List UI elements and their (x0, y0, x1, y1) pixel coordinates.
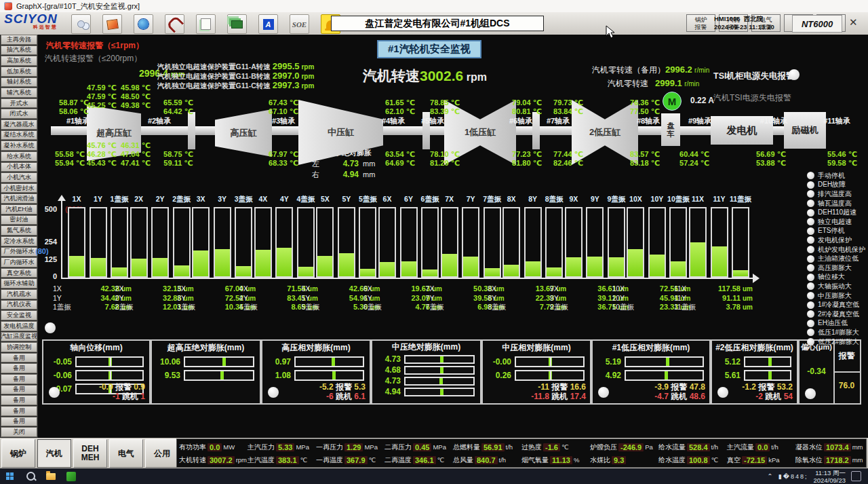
start-button-icon[interactable] (0, 468, 20, 484)
bar-fill (422, 269, 437, 276)
taskbar-clock[interactable]: 11:13 周一 2024/09/23 (813, 469, 846, 484)
bar-fill (317, 256, 332, 276)
sidebar-item-发电机温度[interactable]: 发电机温度 (1, 321, 37, 331)
graphx-taskbar-icon[interactable] (61, 468, 81, 484)
gauge-marker (768, 358, 772, 366)
sidebar-item-轴封系统[interactable]: 轴封系统 (1, 77, 37, 88)
cards-icon[interactable] (227, 14, 247, 34)
trip-alarm-发电机保护: 发电机保护 (807, 236, 868, 244)
sidebar-item-凝汽器疏水[interactable]: 凝汽器疏水 (1, 119, 37, 130)
sidebar-item-备用[interactable]: 备用 (1, 385, 37, 395)
bar-fill (547, 267, 561, 276)
exciter: 励磁机 (784, 112, 826, 149)
alarm-text: 低压2#膨胀大 (818, 337, 859, 347)
coupling (532, 112, 540, 149)
bar-label: 11X (692, 195, 704, 203)
vibration-bar (297, 207, 315, 278)
sidebar-item-辅汽系统[interactable]: 辅汽系统 (1, 88, 37, 98)
vibration-bar (90, 207, 107, 278)
sidebar-item-备用[interactable]: 备用 (1, 406, 37, 416)
soe-icon[interactable]: SOE (290, 14, 309, 34)
sidebar-item-汽缸温度监视[interactable]: 汽缸温度监视 (1, 332, 37, 342)
sidebar-item-关闭[interactable]: 关闭 (1, 427, 37, 437)
panel-title: #2低压相对膨胀(mm) (712, 342, 797, 354)
sidebar-item-闭式水[interactable]: 闭式水 (1, 109, 37, 119)
sidebar-item-给水系统[interactable]: 给水系统 (1, 151, 37, 162)
gauge-marker (220, 371, 224, 379)
bearing-label: #11轴承 (823, 116, 850, 126)
vibration-bar (648, 207, 666, 278)
tray-chevron-icon[interactable]: ⌃ (767, 472, 772, 480)
bar-label: 9盖振 (607, 195, 625, 204)
alarm-text: 轴瓦温度高 (818, 199, 852, 208)
sidebar-item-小机汽水[interactable]: 小机汽水 (1, 172, 37, 183)
vibration-bar (441, 207, 458, 278)
toolbar-icons: A SOE (71, 14, 340, 34)
palette-icon[interactable] (102, 14, 122, 34)
alarm-status-icon (807, 320, 814, 327)
trip-alarm-轴瓦温度高: 轴瓦温度高 (807, 199, 868, 208)
search-icon[interactable] (20, 468, 41, 484)
tab-DEH[interactable]: DEHMEH (73, 439, 107, 468)
panel-indicator (598, 387, 609, 398)
file-explorer-icon[interactable] (41, 468, 61, 484)
night-icon[interactable] (134, 14, 153, 34)
gauge-row: 4.73 (372, 354, 480, 364)
bar-label: 2X (134, 195, 143, 203)
font-icon[interactable]: A (258, 14, 278, 34)
bar-fill (132, 259, 146, 276)
vibration-bar (711, 207, 728, 278)
sidebar-item-小机本体[interactable]: 小机本体 (1, 162, 37, 172)
tsi-alarm-indicator (789, 69, 800, 80)
tab-锅炉[interactable]: 锅炉 (1, 439, 35, 468)
alarm-text: 手动停机 (818, 171, 845, 181)
sidebar-item-凝补水系统[interactable]: 凝补水系统 (1, 141, 37, 151)
sidebar-item-备用[interactable]: 备用 (1, 363, 37, 373)
coupling (188, 112, 195, 149)
gauge-value: -0.06 (46, 371, 72, 380)
bearing-temps-bottom: 78.10 ℃ 81.29 ℃ (430, 150, 460, 168)
tab-公用[interactable]: 公用 (145, 439, 179, 468)
sidebar-item-备用[interactable]: 备用 (1, 353, 37, 363)
eccentric-alarm-label: 报警 (833, 350, 860, 362)
sidebar-item-开式水[interactable]: 开式水 (1, 98, 37, 109)
sidebar-item-高加系统[interactable]: 高加系统 (1, 56, 37, 66)
sidebar-item-备用[interactable]: 备用 (1, 395, 37, 405)
ytick-500: 500 (34, 205, 57, 213)
sidebar-item-主再旁路[interactable]: 主再旁路 (1, 35, 37, 45)
sidebar-item-凝结水系统[interactable]: 凝结水系统 (1, 130, 37, 141)
bearing-temps-top: 61.65 ℃ 62.10 ℃ (385, 98, 415, 116)
trip-alarm-DEH故障: DEH故障 (807, 181, 868, 189)
gauge-marker (549, 358, 552, 366)
bar-label: 8盖振 (545, 195, 564, 204)
bar-label: 11Y (713, 195, 725, 203)
link-icon[interactable] (71, 14, 91, 34)
limit-80: (80) (35, 247, 49, 255)
sidebar-item-协调控制[interactable]: 协调控制 (1, 342, 37, 352)
alarm-status-icon (807, 274, 814, 281)
sidebar-item-备用[interactable]: 备用 (1, 417, 37, 427)
alarm-text: 大轴振动大 (818, 282, 852, 291)
magnet-icon[interactable] (165, 14, 184, 34)
bottom-bar: 锅炉汽机DEHMEH电气公用 有功功率0.0MW主汽压力5.33MPa一再压力1… (0, 438, 868, 468)
network-icon[interactable]: ▮�848; (778, 473, 808, 480)
sidebar-item-抽汽系统[interactable]: 抽汽系统 (1, 45, 37, 56)
sidebar-item-低加系统[interactable]: 低加系统 (1, 67, 37, 77)
panel-#2低压相对膨胀(mm): #2低压相对膨胀(mm)5.125.61-1.2 报警 53.2-2 跳机 54 (711, 339, 798, 405)
report-icon[interactable] (196, 14, 216, 34)
notification-icon[interactable] (851, 471, 861, 481)
tab-电气[interactable]: 电气 (109, 439, 143, 468)
alarm-button-锅炉[interactable]: 锅炉报警 (686, 14, 715, 32)
status-总风量: 总风量840.7t/h (453, 455, 521, 465)
bar-fill (690, 242, 705, 276)
sidebar-item-备用[interactable]: 备用 (1, 374, 37, 384)
alarm-text: 1#冷凝真空低 (818, 300, 859, 310)
main-display: 主再旁路抽汽系统高加系统低加系统轴封系统辅汽系统开式水闭式水凝汽器疏水凝结水系统… (0, 35, 868, 438)
close-icon[interactable]: ✕ (849, 16, 858, 29)
vibration-bar (502, 207, 520, 278)
bar-fill (587, 257, 602, 276)
time-text: 11:13:20 (749, 23, 774, 31)
alarm-text: 轴位移大 (818, 272, 845, 282)
tab-汽机[interactable]: 汽机 (37, 439, 71, 468)
gauge-marker (440, 356, 443, 362)
